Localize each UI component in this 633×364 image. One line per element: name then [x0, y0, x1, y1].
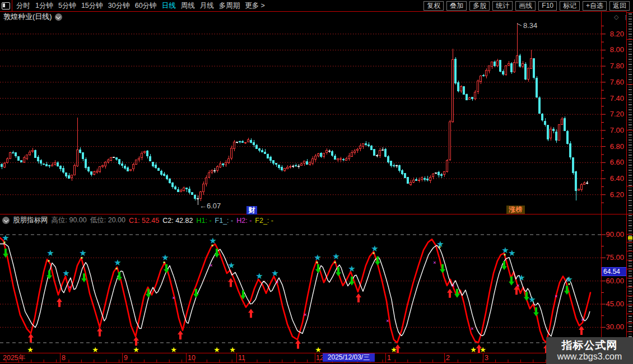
svg-text:×: × — [68, 284, 71, 290]
diwei-label: 低位: — [90, 216, 106, 224]
sidebar-divider — [627, 323, 633, 323]
price-axis-label: 8.20 — [602, 30, 624, 38]
chart-canvas[interactable]: ★★★★★★★★★★★★★★★★★★★★××××××××××××★★★★★★★★… — [0, 0, 633, 364]
svg-text:★: ★ — [92, 346, 99, 354]
h1-value: - — [209, 217, 211, 225]
sidebar-divider — [627, 242, 633, 242]
indicator-axis-label: 90.00 — [602, 231, 624, 239]
svg-text:★: ★ — [480, 346, 486, 354]
h2-label: H2: — [236, 217, 247, 225]
svg-text:★: ★ — [565, 274, 573, 284]
selected-date-badge: 2025/12/03/三 — [323, 353, 375, 362]
price-axis-label: 7.60 — [602, 78, 624, 86]
price-axis-label: 6.40 — [602, 175, 624, 183]
price-axis-label: 8.00 — [602, 46, 624, 54]
svg-text:★: ★ — [133, 346, 139, 354]
sidebar-divider — [627, 39, 633, 40]
date-axis-label: 10 — [188, 354, 196, 362]
svg-text:★: ★ — [518, 273, 525, 282]
gaowei-label: 高位: — [52, 216, 67, 224]
svg-text:×: × — [581, 317, 584, 323]
h1-label: H1: — [196, 217, 207, 225]
price-axis-label: 6.60 — [602, 158, 624, 166]
svg-text:★: ★ — [390, 346, 397, 354]
svg-text:★: ★ — [46, 248, 54, 258]
gaowei-value: 90.00 — [69, 216, 86, 224]
indicator-current-value-tag: 64.54 — [602, 267, 628, 276]
price-axis-label: 7.40 — [602, 95, 624, 102]
h2-value: - — [249, 217, 252, 225]
svg-text:×: × — [172, 295, 175, 301]
annotations: 8.34←6.07 — [199, 21, 537, 210]
svg-text:←6.07: ←6.07 — [199, 202, 221, 210]
svg-text:★: ★ — [315, 346, 322, 354]
c2-label: C2: — [162, 217, 173, 225]
indicator-axis-label: 45.00 — [602, 300, 624, 308]
watermark-title: 指标公式网 — [562, 339, 618, 352]
sidebar-divider — [627, 296, 633, 296]
date-axis-label: 2 — [446, 354, 450, 362]
c2-value: 42.82 — [175, 217, 193, 225]
svg-text:×: × — [555, 293, 557, 299]
svg-text:★: ★ — [470, 346, 477, 354]
svg-text:★: ★ — [528, 295, 536, 304]
svg-text:★: ★ — [271, 268, 278, 278]
sidebar-divider — [627, 186, 633, 186]
watermark: 指标公式网 www.zbgs3.com — [546, 337, 633, 364]
svg-text:×: × — [471, 326, 473, 332]
f2-label: F2_: — [255, 217, 269, 225]
date-axis-label: 3 — [485, 354, 488, 362]
diwei-value: 20.00 — [108, 216, 125, 224]
f1-label: F1_: — [215, 217, 229, 225]
svg-text:×: × — [276, 279, 278, 285]
indicator-axis-label: 30.00 — [602, 323, 624, 331]
svg-text:×: × — [433, 260, 436, 265]
date-axis-label: 9 — [124, 354, 128, 362]
svg-text:★: ★ — [114, 258, 121, 267]
date-axis-label: 11 — [238, 354, 245, 362]
svg-text:★: ★ — [332, 251, 339, 261]
f2-value: - — [271, 217, 273, 225]
svg-text:★: ★ — [213, 346, 220, 354]
sidebar-divider — [627, 287, 633, 287]
svg-text:×: × — [304, 312, 306, 318]
sidebar-highlight — [628, 236, 632, 240]
svg-text:★: ★ — [229, 346, 236, 354]
sidebar-divider — [627, 234, 633, 235]
sidebar-divider — [627, 305, 633, 305]
tdx-window: 分时1分钟5分钟15分钟30分钟60分钟日线周线月线多周期更多 > 复权叠加多股… — [0, 0, 633, 364]
f1-value: - — [231, 217, 233, 225]
indicator-name[interactable]: 股朋指标网 — [13, 216, 48, 225]
price-axis-label: 6.80 — [602, 143, 624, 151]
sidebar-divider — [627, 314, 633, 314]
indicator-header: 股朋指标网 高位: 90.00 低位: 20.00 C1: 52.45 C2: … — [2, 215, 273, 226]
svg-text:★: ★ — [348, 264, 355, 273]
svg-text:★: ★ — [314, 253, 321, 262]
news-tag-cai[interactable]: 财 — [246, 206, 257, 214]
sidebar-divider — [627, 332, 633, 332]
sidebar-divider — [627, 84, 633, 85]
sidebar-divider — [627, 269, 633, 269]
svg-text:★: ★ — [161, 253, 169, 262]
svg-text:★: ★ — [209, 236, 216, 245]
price-axis-label: 7.80 — [602, 62, 624, 70]
svg-text:×: × — [210, 263, 212, 268]
svg-text:8.34: 8.34 — [523, 21, 537, 30]
indicator-axis-label: 60.00 — [602, 277, 624, 285]
indicator-axis-label: 75.00 — [602, 254, 624, 262]
svg-text:★: ★ — [371, 244, 378, 253]
date-axis-label: 1 — [387, 354, 391, 362]
c1-label: C1: — [129, 217, 139, 225]
svg-text:×: × — [452, 283, 454, 288]
sidebar-divider — [627, 214, 633, 214]
svg-text:★: ★ — [170, 346, 177, 354]
right-sidebar[interactable] — [626, 11, 633, 364]
indicator-chevron-icon[interactable] — [2, 217, 10, 224]
svg-text:★: ★ — [2, 233, 9, 242]
sidebar-divider — [627, 12, 633, 13]
date-axis-label: 8 — [62, 354, 66, 362]
price-axis-label: 7.20 — [602, 110, 624, 118]
svg-text:★: ★ — [508, 248, 515, 258]
rank-tag-zhangbang[interactable]: 涨榜 — [506, 206, 525, 214]
sidebar-divider — [627, 251, 633, 251]
